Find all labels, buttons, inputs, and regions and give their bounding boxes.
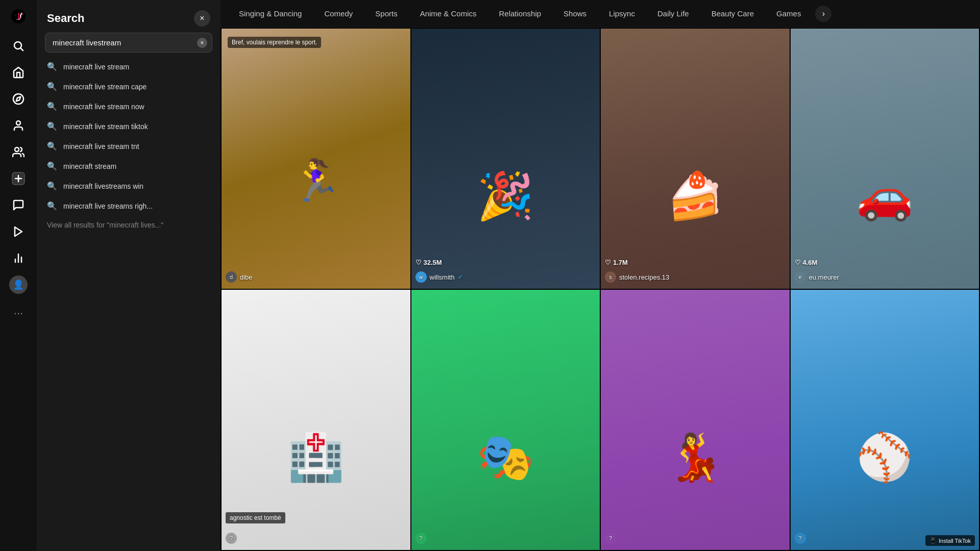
author-name: stolen.recipes.13 bbox=[619, 273, 669, 281]
video-author: ? bbox=[415, 533, 596, 544]
tab-sports[interactable]: Sports bbox=[365, 4, 407, 23]
suggestion-text: minecraft live streams righ... bbox=[63, 202, 153, 210]
video-author: w willsmith ✓ bbox=[415, 271, 596, 283]
suggestion-text: minecraft live stream tnt bbox=[63, 142, 139, 151]
video-author: ? bbox=[605, 533, 786, 544]
tab-shows[interactable]: Shows bbox=[553, 4, 597, 23]
svg-marker-3 bbox=[16, 97, 20, 101]
search-suggestion-icon: 🔍 bbox=[47, 102, 57, 111]
author-avatar: ? bbox=[415, 533, 427, 544]
search-input[interactable] bbox=[45, 33, 212, 53]
tabs-next-arrow[interactable]: › bbox=[815, 6, 831, 22]
svg-point-2 bbox=[13, 94, 23, 104]
author-avatar: e bbox=[795, 271, 806, 283]
install-tiktok-banner[interactable]: 📱 Install TikTok bbox=[925, 535, 975, 546]
verified-icon: ✓ bbox=[458, 273, 463, 281]
heart-icon: ♡ bbox=[415, 259, 422, 266]
sidebar-profile[interactable] bbox=[7, 114, 30, 137]
tab-anime-comics[interactable]: Anime & Comics bbox=[410, 4, 487, 23]
search-panel: Search × × 🔍 minecraft live stream 🔍 min… bbox=[37, 0, 220, 551]
video-stats: ♡ 4.6M bbox=[795, 259, 818, 266]
sidebar-home[interactable] bbox=[7, 61, 30, 84]
search-suggestion-icon: 🔍 bbox=[47, 181, 57, 191]
video-stats: ♡ 32.5M bbox=[415, 259, 442, 266]
suggestion-item[interactable]: 🔍 minecraft live stream now bbox=[37, 96, 220, 116]
suggestion-item[interactable]: 🔍 minecraft live streams righ... bbox=[37, 196, 220, 216]
tab-games[interactable]: Games bbox=[766, 4, 811, 23]
suggestion-text: minecraft stream bbox=[63, 162, 116, 170]
video-card[interactable]: 🎉 ♡ 32.5M w willsmith ✓ bbox=[411, 29, 600, 289]
tab-lipsync[interactable]: Lipsync bbox=[599, 4, 645, 23]
video-author: e eu.meurer bbox=[795, 271, 975, 283]
search-suggestion-icon: 🔍 bbox=[47, 121, 57, 131]
suggestion-text: minecraft live stream cape bbox=[63, 83, 146, 91]
video-author: ? bbox=[226, 533, 406, 544]
suggestion-text: minecraft livestreams win bbox=[63, 182, 143, 190]
sidebar-analytics[interactable] bbox=[7, 247, 30, 269]
main-content: Singing & Dancing Comedy Sports Anime & … bbox=[220, 0, 980, 551]
video-stats: ♡ 1.7M bbox=[605, 259, 628, 266]
tab-singing-dancing[interactable]: Singing & Dancing bbox=[229, 4, 312, 23]
video-card[interactable]: ⚾ ? 📱 Install TikTok bbox=[791, 290, 979, 550]
search-suggestion-icon: 🔍 bbox=[47, 82, 57, 91]
suggestion-item[interactable]: 🔍 minecraft live stream cape bbox=[37, 77, 220, 96]
suggestion-text: minecraft live stream now bbox=[63, 103, 144, 111]
suggestion-item[interactable]: 🔍 minecraft live stream bbox=[37, 57, 220, 77]
tab-relationship[interactable]: Relationship bbox=[489, 4, 552, 23]
like-count: 1.7M bbox=[613, 259, 628, 266]
like-count: 4.6M bbox=[803, 259, 818, 266]
svg-marker-9 bbox=[15, 227, 22, 236]
tab-daily-life[interactable]: Daily Life bbox=[647, 4, 699, 23]
tab-beauty-care[interactable]: Beauty Care bbox=[701, 4, 764, 23]
search-close-button[interactable]: × bbox=[194, 10, 210, 27]
suggestion-text: minecraft live stream bbox=[63, 63, 129, 71]
video-card[interactable]: 🚗 ♡ 4.6M e eu.meurer bbox=[791, 29, 979, 289]
search-suggestion-icon: 🔍 bbox=[47, 141, 57, 151]
search-suggestion-icon: 🔍 bbox=[47, 201, 57, 211]
video-card[interactable]: 💃 ? bbox=[601, 290, 790, 550]
search-clear-button[interactable]: × bbox=[197, 38, 207, 48]
search-input-wrapper: × bbox=[45, 33, 212, 53]
category-tabs: Singing & Dancing Comedy Sports Anime & … bbox=[220, 0, 980, 28]
video-author: s stolen.recipes.13 bbox=[605, 271, 786, 283]
tiktok-logo[interactable] bbox=[8, 6, 29, 27]
suggestion-item[interactable]: 🔍 minecraft live stream tnt bbox=[37, 136, 220, 156]
search-header: Search × bbox=[37, 0, 220, 33]
suggestion-text: minecraft live stream tiktok bbox=[63, 122, 148, 131]
sidebar-messages[interactable] bbox=[7, 194, 30, 216]
sidebar-explore[interactable] bbox=[7, 88, 30, 110]
author-name: willsmith bbox=[430, 273, 455, 281]
heart-icon: ♡ bbox=[605, 259, 611, 266]
author-avatar: s bbox=[605, 271, 616, 283]
svg-line-1 bbox=[21, 48, 23, 51]
sidebar-friends[interactable] bbox=[7, 141, 30, 163]
suggestion-item[interactable]: 🔍 minecraft stream bbox=[37, 156, 220, 176]
suggestion-item[interactable]: 🔍 minecraft livestreams win bbox=[37, 176, 220, 196]
video-caption-overlay: agnostic est tombé bbox=[226, 512, 285, 523]
heart-icon: ♡ bbox=[795, 259, 801, 266]
video-card[interactable]: 🍰 ♡ 1.7M s stolen.recipes.13 bbox=[601, 29, 790, 289]
video-card[interactable]: 🏃‍♀️ Bref, voulais reprendre le sport. d… bbox=[222, 29, 410, 289]
install-text: Install TikTok bbox=[939, 538, 971, 544]
svg-point-4 bbox=[16, 121, 20, 125]
author-avatar: d bbox=[226, 271, 237, 283]
video-grid: 🏃‍♀️ Bref, voulais reprendre le sport. d… bbox=[220, 28, 980, 551]
video-card[interactable]: 🏥 agnostic est tombé ? bbox=[222, 290, 410, 550]
author-avatar: w bbox=[415, 271, 427, 283]
search-title: Search bbox=[47, 12, 84, 25]
search-suggestion-icon: 🔍 bbox=[47, 161, 57, 171]
sidebar-create[interactable] bbox=[7, 167, 30, 190]
install-icon: 📱 bbox=[929, 537, 937, 544]
author-avatar: ? bbox=[795, 533, 806, 544]
view-all-results[interactable]: View all results for "minecraft lives...… bbox=[37, 216, 220, 234]
sidebar-live[interactable] bbox=[7, 220, 30, 243]
sidebar-more[interactable]: ··· bbox=[7, 302, 30, 324]
tab-comedy[interactable]: Comedy bbox=[314, 4, 363, 23]
sidebar: 👤 ··· bbox=[0, 0, 37, 551]
sidebar-avatar[interactable]: 👤 bbox=[7, 273, 30, 296]
sidebar-search[interactable] bbox=[7, 35, 30, 57]
video-card[interactable]: 🎭 ? bbox=[411, 290, 600, 550]
author-avatar: ? bbox=[226, 533, 237, 544]
search-suggestion-icon: 🔍 bbox=[47, 62, 57, 71]
suggestion-item[interactable]: 🔍 minecraft live stream tiktok bbox=[37, 116, 220, 136]
